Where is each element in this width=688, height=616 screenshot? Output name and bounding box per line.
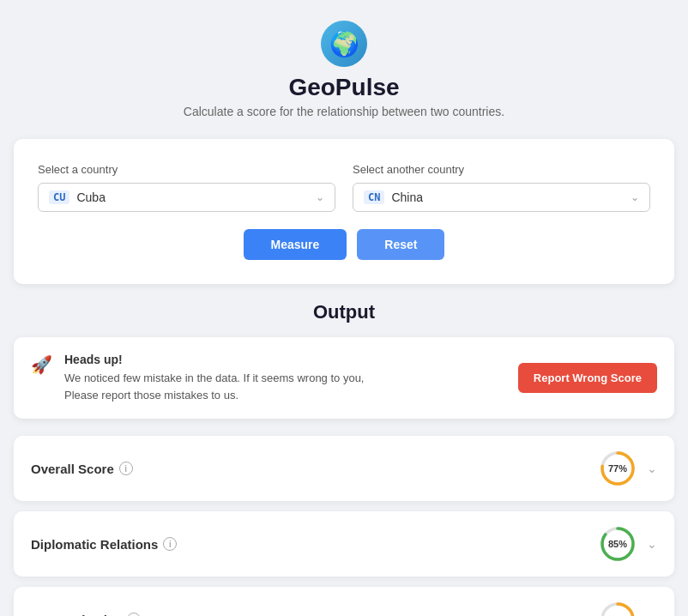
country1-label: Select a country — [38, 163, 335, 176]
selection-card: Select a country CU Cuba ⌄ Cuba China US… — [14, 139, 674, 284]
score-right-1: 85% ⌄ — [599, 525, 657, 563]
buttons-row: Measure Reset — [38, 229, 650, 260]
alert-card: 🚀 Heads up! We noticed few mistake in th… — [14, 337, 674, 419]
country1-select-wrapper[interactable]: CU Cuba ⌄ Cuba China USA — [38, 183, 335, 212]
chevron-down-icon-2[interactable]: ⌄ — [647, 613, 657, 616]
alert-rocket-icon: 🚀 — [31, 354, 52, 375]
output-section: Output — [14, 301, 674, 323]
app-subtitle: Calculate a score for the relationship b… — [14, 105, 674, 118]
score-label-2: Economic Ties i — [31, 613, 141, 617]
reset-button[interactable]: Reset — [357, 229, 444, 260]
selectors-row: Select a country CU Cuba ⌄ Cuba China US… — [38, 163, 650, 212]
country2-label: Select another country — [353, 163, 650, 176]
info-icon-1[interactable]: i — [163, 537, 177, 551]
chevron-down-icon-1[interactable]: ⌄ — [647, 537, 657, 551]
alert-body: We noticed few mistake in the data. If i… — [64, 370, 506, 403]
circle-score-2: 75% — [599, 601, 637, 616]
country1-group: Select a country CU Cuba ⌄ Cuba China US… — [38, 163, 335, 212]
score-right-0: 77% ⌄ — [599, 450, 657, 487]
app-title: GeoPulse — [14, 74, 674, 101]
page-container: 🌍 GeoPulse Calculate a score for the rel… — [0, 0, 688, 616]
circle-score-0: 77% — [599, 450, 637, 487]
info-icon-2[interactable]: i — [127, 613, 141, 616]
logo-icon: 🌍 — [321, 21, 367, 67]
circle-score-1: 85% — [599, 525, 637, 563]
alert-heading: Heads up! — [64, 353, 506, 366]
alert-text: Heads up! We noticed few mistake in the … — [64, 353, 506, 403]
score-cards-container: Overall Score i 77% ⌄ Diplomatic Relatio… — [14, 436, 674, 616]
country2-select-wrapper[interactable]: CN China ⌄ China Cuba USA — [353, 183, 650, 212]
score-label-1: Diplomatic Relations i — [31, 537, 177, 552]
score-right-2: 75% ⌄ — [599, 601, 657, 616]
circle-label-1: 85% — [608, 539, 627, 549]
info-icon-0[interactable]: i — [119, 462, 133, 475]
measure-button[interactable]: Measure — [244, 229, 347, 260]
circle-label-0: 77% — [608, 463, 627, 474]
report-wrong-score-button[interactable]: Report Wrong Score — [518, 363, 657, 393]
score-card-0[interactable]: Overall Score i 77% ⌄ — [14, 436, 674, 501]
score-card-2[interactable]: Economic Ties i 75% ⌄ — [14, 587, 674, 616]
score-label-0: Overall Score i — [31, 462, 133, 476]
header: 🌍 GeoPulse Calculate a score for the rel… — [14, 21, 674, 118]
output-title: Output — [14, 301, 674, 323]
chevron-down-icon-0[interactable]: ⌄ — [647, 462, 657, 475]
score-card-1[interactable]: Diplomatic Relations i 85% ⌄ — [14, 511, 674, 577]
alert-line2: Please report those mistakes to us. — [64, 389, 238, 402]
alert-line1: We noticed few mistake in the data. If i… — [64, 371, 364, 384]
country2-group: Select another country CN China ⌄ China … — [353, 163, 650, 212]
